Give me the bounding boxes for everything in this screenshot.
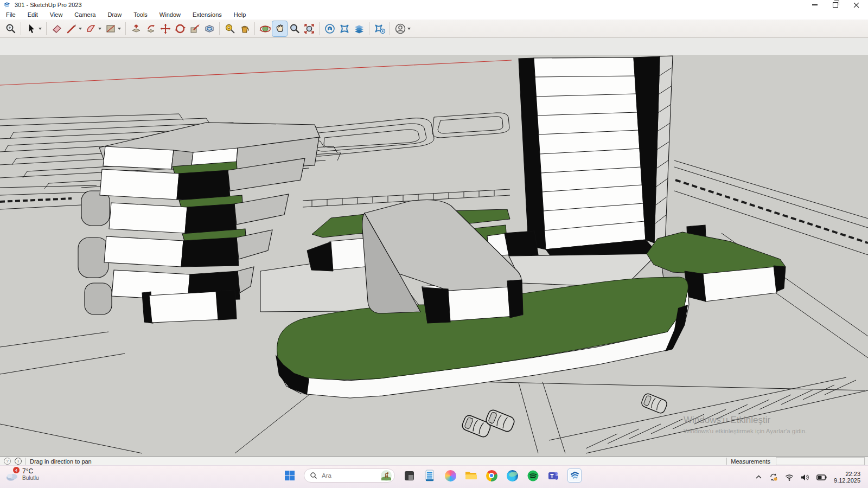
window-title: 301 - SketchUp Pro 2023	[15, 2, 82, 8]
eraser-tool-icon[interactable]	[49, 21, 64, 36]
measurements-label: Measurements	[731, 458, 770, 465]
orbit-tool-icon[interactable]	[258, 21, 272, 36]
scale-tool-icon[interactable]	[187, 21, 202, 36]
select-tool-icon[interactable]	[24, 21, 39, 36]
line-tool-icon[interactable]	[64, 21, 79, 36]
follow-me-tool-icon[interactable]	[143, 21, 158, 36]
geolocation-help-icon[interactable]: ?	[4, 458, 11, 465]
statusbar-divider	[25, 458, 26, 465]
zoom-tool-icon[interactable]	[287, 21, 302, 36]
weather-alert-badge: 4	[12, 466, 20, 474]
line-dropdown-caret[interactable]	[79, 28, 82, 30]
zoom-extents-tool-icon[interactable]	[302, 21, 316, 36]
toolbar-separator	[254, 22, 255, 35]
sky-band	[0, 38, 868, 55]
search-highlight-deer-icon	[380, 470, 392, 481]
taskbar-app-shortcuts[interactable]	[403, 469, 416, 482]
tray-volume-icon[interactable]	[801, 474, 809, 481]
search-icon	[310, 472, 317, 479]
start-button[interactable]	[283, 469, 296, 482]
offset-tool-icon[interactable]	[202, 21, 216, 36]
toolbar-separator	[21, 22, 21, 35]
info-icon[interactable]: i	[15, 458, 22, 465]
tray-clock[interactable]: 22:23 9.12.2025	[834, 471, 860, 484]
close-icon	[853, 2, 859, 8]
menu-camera[interactable]: Camera	[68, 10, 101, 19]
viewport-canvas	[0, 38, 868, 456]
restore-button[interactable]	[832, 2, 839, 8]
rectangle-tool-icon[interactable]	[103, 21, 118, 36]
minimize-button[interactable]	[812, 2, 818, 8]
close-button[interactable]	[853, 2, 859, 8]
toolbar-separator	[390, 22, 390, 35]
menu-tools[interactable]: Tools	[127, 10, 154, 19]
status-bar: ? i Drag in direction to pan Measurement…	[0, 456, 868, 466]
taskbar-app-file-explorer[interactable]	[464, 469, 477, 482]
send-to-layout-icon[interactable]	[352, 21, 366, 36]
taskbar-search-box[interactable]	[304, 468, 395, 483]
select-dropdown-caret[interactable]	[39, 28, 42, 30]
taskbar-app-copilot[interactable]	[444, 469, 457, 482]
paint-bucket-tool-icon[interactable]	[237, 21, 252, 36]
search-tool-icon[interactable]	[3, 21, 18, 36]
arc-dropdown-caret[interactable]	[98, 28, 101, 30]
main-toolbar	[0, 20, 868, 38]
weather-widget[interactable]: 4 7°C Bulutlu	[5, 468, 39, 481]
windows-logo-icon	[284, 470, 295, 481]
menu-view[interactable]: View	[44, 10, 69, 19]
model-viewport[interactable]	[0, 38, 868, 456]
tray-date: 9.12.2025	[834, 477, 860, 484]
arc-tool-icon[interactable]	[84, 21, 98, 36]
search-input[interactable]	[321, 472, 377, 479]
measurements-input[interactable]	[776, 457, 865, 465]
menu-draw[interactable]: Draw	[101, 10, 127, 19]
menu-bar: File Edit View Camera Draw Tools Window …	[0, 10, 868, 20]
3d-warehouse-icon[interactable]	[322, 21, 337, 36]
sketchup-logo-icon	[570, 471, 580, 481]
tape-measure-tool-icon[interactable]	[222, 21, 237, 36]
toolbar-separator	[369, 22, 369, 35]
menu-help[interactable]: Help	[228, 10, 252, 19]
tray-battery-icon[interactable]	[816, 474, 827, 480]
tray-time: 22:23	[834, 471, 860, 477]
tray-chevron-up-icon[interactable]	[755, 474, 762, 480]
taskbar-app-teams[interactable]	[547, 469, 560, 482]
menu-file[interactable]: File	[0, 10, 22, 19]
status-hint: Drag in direction to pan	[30, 458, 92, 465]
move-tool-icon[interactable]	[158, 21, 173, 36]
sign-in-dropdown-caret[interactable]	[407, 28, 411, 30]
pan-tool-icon[interactable]	[272, 21, 287, 36]
toolbar-separator	[46, 22, 47, 35]
tray-wifi-icon[interactable]	[785, 474, 794, 481]
push-pull-tool-icon[interactable]	[129, 21, 143, 36]
sign-in-avatar-icon[interactable]	[393, 21, 407, 36]
toolbar-separator	[125, 22, 126, 35]
statusbar-divider	[726, 458, 727, 465]
toolbar-separator	[319, 22, 320, 35]
taskbar-app-chrome[interactable]	[485, 469, 498, 482]
sketchup-logo-icon	[3, 2, 10, 9]
menu-window[interactable]: Window	[154, 10, 187, 19]
tray-sync-icon[interactable]	[769, 473, 778, 481]
taskbar-app-edge[interactable]	[506, 469, 519, 482]
menu-edit[interactable]: Edit	[22, 10, 44, 19]
taskbar-app-notepad[interactable]	[423, 469, 436, 482]
rotate-tool-icon[interactable]	[173, 21, 187, 36]
extension-manager-icon[interactable]	[372, 21, 387, 36]
taskbar-app-spotify[interactable]	[526, 469, 539, 482]
rectangle-dropdown-caret[interactable]	[118, 28, 121, 30]
toolbar-separator	[219, 22, 220, 35]
menu-extensions[interactable]: Extensions	[187, 10, 228, 19]
title-bar: 301 - SketchUp Pro 2023	[0, 0, 868, 10]
weather-condition: Bulutlu	[22, 475, 39, 481]
taskbar: 4 7°C Bulutlu	[0, 465, 868, 488]
weather-temp: 7°C	[22, 468, 39, 475]
extension-warehouse-icon[interactable]	[337, 21, 352, 36]
taskbar-app-sketchup[interactable]	[567, 468, 582, 483]
